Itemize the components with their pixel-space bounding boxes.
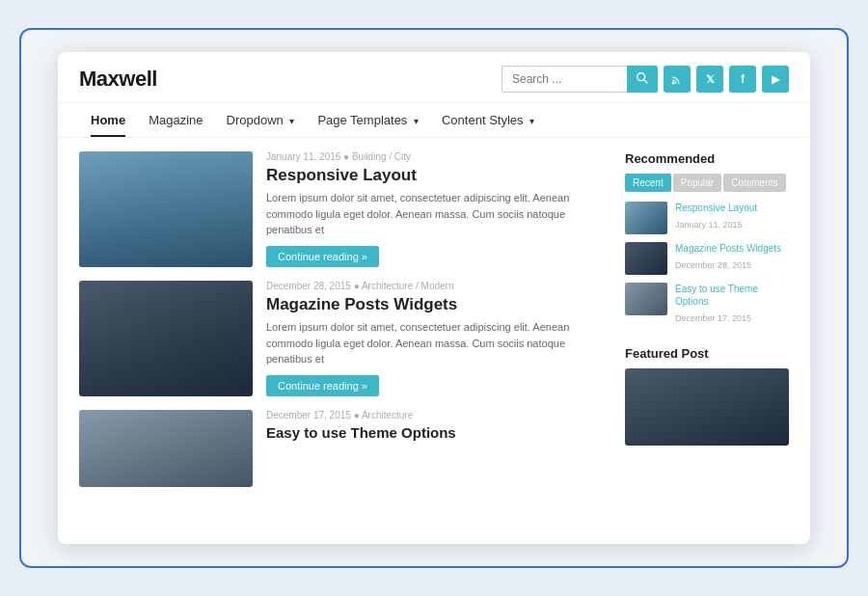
tab-popular[interactable]: Popular	[673, 174, 721, 192]
rec-date: January 11, 2015	[675, 220, 743, 230]
sidebar: Recommended Recent Popular Comments Resp…	[625, 151, 789, 534]
post-date: January 11, 2016	[266, 151, 340, 162]
rec-text: Magazine Posts Widgets December 28, 2015	[675, 242, 781, 272]
post-item: December 17, 2015 ● Architecture Easy to…	[79, 410, 606, 487]
rec-item: Magazine Posts Widgets December 28, 2015	[625, 242, 789, 275]
post-category: Building / City	[352, 151, 411, 162]
post-excerpt: Lorem ipsum dolor sit amet, consectetuer…	[266, 190, 606, 238]
rec-thumbnail	[625, 202, 667, 234]
search-input[interactable]	[502, 66, 627, 93]
rec-text: Easy to use Theme Options December 17, 2…	[675, 283, 789, 325]
post-title: Responsive Layout	[266, 166, 606, 185]
dot-separator: ●	[343, 151, 352, 162]
site-header: Maxwell 𝕏 f ▶	[58, 52, 810, 103]
post-category: Architecture	[362, 410, 413, 420]
search-bar	[502, 66, 658, 93]
post-category: Architecture / Modern	[362, 281, 454, 291]
nav-item-dropdown[interactable]: Dropdown ▾	[215, 103, 307, 137]
post-date: December 28, 2015	[266, 281, 351, 291]
rec-thumbnail	[625, 242, 667, 275]
site-title: Maxwell	[79, 67, 157, 92]
chevron-down-icon: ▾	[529, 116, 534, 126]
main-content: January 11, 2016 ● Building / City Respo…	[58, 138, 810, 544]
search-icon	[636, 71, 649, 85]
outer-border: Maxwell 𝕏 f ▶ Home Magazine Dropdo	[19, 28, 849, 568]
read-more-button[interactable]: Continue reading »	[266, 246, 379, 267]
post-meta: December 17, 2015 ● Architecture	[266, 410, 456, 420]
svg-line-1	[644, 79, 648, 83]
post-body: December 17, 2015 ● Architecture Easy to…	[266, 410, 456, 447]
post-item: January 11, 2016 ● Building / City Respo…	[79, 151, 606, 267]
featured-image	[625, 368, 789, 446]
nav-item-magazine[interactable]: Magazine	[137, 103, 214, 137]
header-right: 𝕏 f ▶	[502, 66, 789, 93]
recommended-title: Recommended	[625, 151, 789, 166]
social-facebook[interactable]: f	[729, 66, 756, 93]
rec-link[interactable]: Easy to use Theme Options	[675, 283, 789, 308]
nav-item-content-styles[interactable]: Content Styles ▾	[430, 103, 546, 137]
rec-thumbnail	[625, 283, 667, 315]
featured-title: Featured Post	[625, 346, 789, 361]
chevron-down-icon: ▾	[289, 116, 294, 126]
post-thumbnail	[79, 281, 253, 396]
nav-item-page-templates[interactable]: Page Templates ▾	[306, 103, 430, 137]
post-thumbnail	[79, 410, 253, 487]
chevron-down-icon: ▾	[414, 116, 419, 126]
post-body: December 28, 2015 ● Architecture / Moder…	[266, 281, 606, 396]
svg-point-0	[637, 72, 645, 80]
tab-comments[interactable]: Comments	[723, 174, 785, 192]
tab-recent[interactable]: Recent	[625, 174, 671, 192]
svg-point-2	[672, 82, 675, 85]
social-twitter[interactable]: 𝕏	[696, 66, 723, 93]
post-body: January 11, 2016 ● Building / City Respo…	[266, 151, 606, 267]
recommended-section: Recommended Recent Popular Comments Resp…	[625, 151, 789, 333]
post-date: December 17, 2015	[266, 410, 351, 420]
rec-item: Easy to use Theme Options December 17, 2…	[625, 283, 789, 325]
dot-separator: ●	[354, 410, 362, 420]
browser-card: Maxwell 𝕏 f ▶ Home Magazine Dropdo	[58, 52, 810, 544]
nav-item-home[interactable]: Home	[79, 103, 137, 137]
rec-link[interactable]: Magazine Posts Widgets	[675, 242, 781, 255]
dot-separator: ●	[354, 281, 362, 291]
post-title: Magazine Posts Widgets	[266, 295, 606, 314]
rec-item: Responsive Layout January 11, 2015	[625, 202, 789, 234]
rec-link[interactable]: Responsive Layout	[675, 202, 757, 214]
recommended-tabs: Recent Popular Comments	[625, 174, 789, 192]
post-excerpt: Lorem ipsum dolor sit amet, consectetuer…	[266, 319, 606, 367]
post-item: December 28, 2015 ● Architecture / Moder…	[79, 281, 606, 396]
site-nav: Home Magazine Dropdown ▾ Page Templates …	[58, 103, 810, 138]
social-rss[interactable]	[664, 66, 691, 93]
rss-icon	[671, 73, 683, 85]
posts-column: January 11, 2016 ● Building / City Respo…	[79, 151, 606, 534]
post-meta: December 28, 2015 ● Architecture / Moder…	[266, 281, 606, 291]
rec-text: Responsive Layout January 11, 2015	[675, 202, 757, 231]
post-meta: January 11, 2016 ● Building / City	[266, 151, 606, 162]
featured-section: Featured Post	[625, 346, 789, 446]
rec-date: December 28, 2015	[675, 260, 751, 270]
post-thumbnail	[79, 151, 253, 267]
post-title: Easy to use Theme Options	[266, 424, 456, 442]
rec-date: December 17, 2015	[675, 313, 751, 323]
read-more-button[interactable]: Continue reading »	[266, 375, 379, 396]
search-button[interactable]	[627, 66, 658, 93]
social-youtube[interactable]: ▶	[762, 66, 789, 93]
